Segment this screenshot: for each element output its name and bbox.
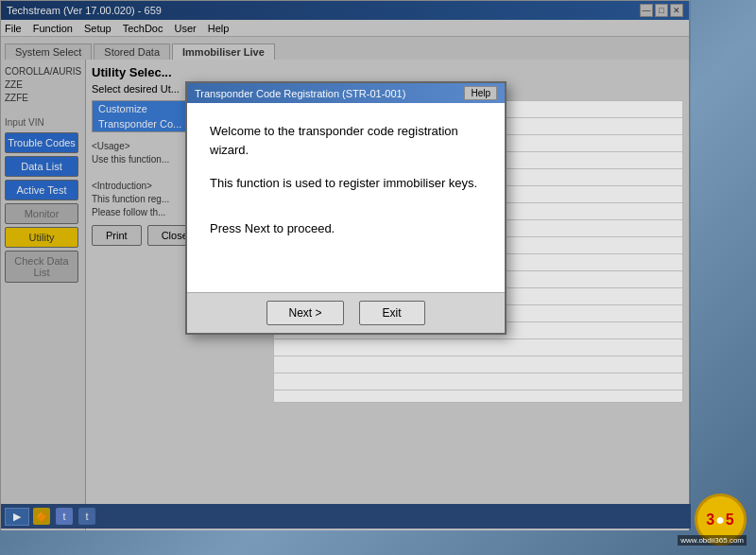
logo-text: 3●5: [706, 512, 734, 529]
modal-footer: Next > Exit: [187, 292, 505, 333]
modal-body: Welcome to the transponder code registra…: [187, 103, 505, 292]
modal-overlay: Transponder Code Registration (STR-01-00…: [1, 1, 691, 530]
modal-welcome-text: Welcome to the transponder code registra…: [210, 122, 482, 159]
obd-logo: 3●5 www.obdii365.com: [662, 494, 747, 546]
logo-subtext: www.obdii365.com: [678, 535, 747, 546]
modal-proceed-text: Press Next to proceed.: [210, 221, 482, 235]
modal-dialog: Transponder Code Registration (STR-01-00…: [185, 81, 507, 335]
modal-info-text: This function is used to register immobi…: [210, 174, 482, 193]
modal-title-bar: Transponder Code Registration (STR-01-00…: [187, 83, 505, 103]
app-window: Techstream (Ver 17.00.020) - 659 — □ ✕ F…: [0, 0, 690, 529]
exit-button[interactable]: Exit: [359, 301, 425, 325]
modal-help-button[interactable]: Help: [464, 86, 497, 100]
modal-title: Transponder Code Registration (STR-01-00…: [195, 88, 405, 99]
next-button[interactable]: Next >: [266, 301, 343, 325]
